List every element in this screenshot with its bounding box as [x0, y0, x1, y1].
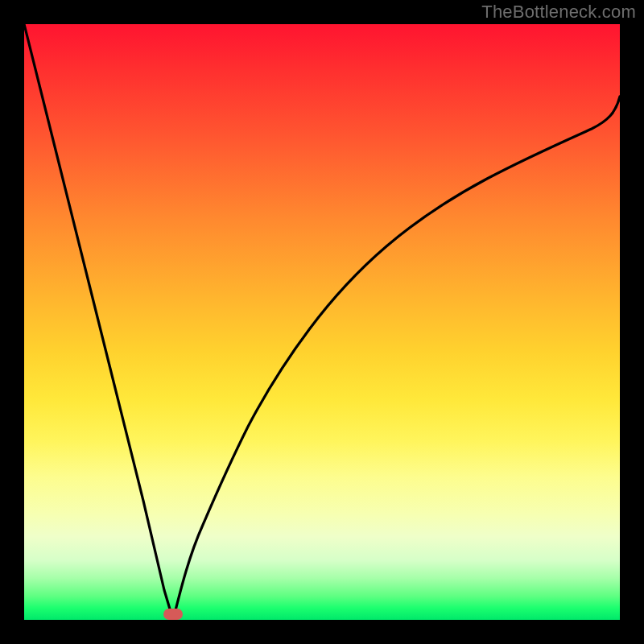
chart-frame: TheBottleneck.com — [0, 0, 644, 644]
watermark-text: TheBottleneck.com — [481, 2, 636, 23]
curve-left-segment — [24, 24, 173, 620]
curve-right-segment — [173, 97, 620, 620]
optimal-point-marker — [163, 609, 183, 620]
plot-area — [24, 24, 620, 620]
bottleneck-curve — [24, 24, 620, 620]
